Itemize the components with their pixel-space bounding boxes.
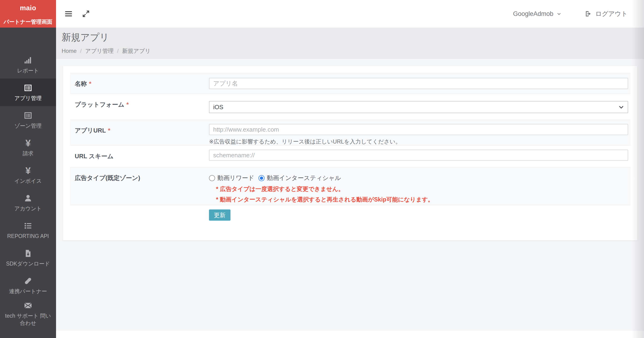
url-scheme-label: URL スキーム (70, 146, 209, 167)
yen-icon: ¥ (26, 138, 30, 148)
account-menu-label: GoogleAdmob (513, 10, 554, 18)
sidebar-item-zone-management[interactable]: ゾーン管理 (0, 106, 56, 134)
file-download-icon (24, 248, 32, 258)
ad-type-warning: * 動画インタースティシャルを選択すると再生される動画がSkip可能になります。 (216, 196, 630, 203)
ad-type-warning: * 広告タイプは一度選択すると変更できません。 (216, 185, 630, 193)
sidebar-item-label: REPORTING API (7, 233, 49, 240)
radio-selected-icon (258, 175, 264, 181)
app-url-note: ※広告収益に影響するため、リリース後は正しいURLを入力してください。 (209, 138, 630, 145)
breadcrumb-item-0[interactable]: Home (62, 48, 76, 54)
sidebar-item-label: インボイス (14, 177, 42, 185)
ad-type-label: 広告タイプ(既定ゾーン) (70, 167, 209, 205)
sidebar-item-app-management[interactable]: アプリ管理 (0, 79, 56, 106)
sidebar-item-label: アプリ管理 (14, 95, 42, 102)
sidebar-item-label: tech サポート 問い合わせ (4, 312, 52, 327)
breadcrumb-item-1[interactable]: アプリ管理 (85, 47, 114, 55)
logout-button[interactable]: ログアウト (585, 10, 628, 18)
ad-type-radio-0[interactable]: 動画リワード (209, 174, 254, 182)
breadcrumb: Home/アプリ管理/新規アプリ (62, 47, 644, 55)
logout-label: ログアウト (596, 10, 628, 18)
sidebar-item-tech-support[interactable]: tech サポート 問い合わせ (0, 299, 56, 328)
sidebar-item-label: レポート (17, 67, 39, 74)
platform-label: プラットフォーム* (70, 94, 209, 120)
form-row-app-url: アプリURL* ※広告収益に影響するため、リリース後は正しいURLを入力してくだ… (70, 120, 630, 145)
topbar: GoogleAdmob ログアウト (56, 0, 644, 28)
expand-arrows-icon (82, 10, 90, 18)
page-header: 新規アプリ Home/アプリ管理/新規アプリ (56, 28, 644, 59)
fullscreen-toggle-button[interactable] (82, 10, 90, 18)
ad-type-radio-label: 動画リワード (218, 174, 254, 182)
brand: maio パートナー管理画面 (0, 0, 56, 28)
bar-chart-icon (24, 55, 32, 65)
list-panel-icon (24, 83, 32, 93)
sign-out-icon (585, 10, 596, 17)
required-asterisk: * (89, 80, 91, 87)
sidebar-item-linked-partner[interactable]: 連携パートナー (0, 272, 56, 299)
sidebar-item-report[interactable]: レポート (0, 51, 56, 79)
form-row-ad-type: 広告タイプ(既定ゾーン) 動画リワード動画インタースティシャル * 広告タイプは… (70, 167, 630, 205)
new-app-form-card: 名称* プラットフォーム* iOS アプリURL* (63, 66, 638, 240)
sidebar-item-invoice[interactable]: ¥インボイス (0, 161, 56, 189)
breadcrumb-separator: / (117, 48, 118, 54)
menu-toggle-button[interactable] (65, 9, 72, 19)
form-row-platform: プラットフォーム* iOS (70, 94, 630, 120)
list-bullets-icon (24, 221, 32, 231)
ad-type-radio-1[interactable]: 動画インタースティシャル (258, 174, 341, 182)
account-menu[interactable]: GoogleAdmob (513, 10, 562, 18)
user-icon (24, 193, 32, 203)
content-area: 名称* プラットフォーム* iOS アプリURL* (56, 59, 644, 331)
form-row-submit: 更新 (70, 205, 630, 233)
app-url-label: アプリURL* (70, 120, 209, 145)
list-panel-icon (24, 111, 32, 120)
sidebar-item-billing[interactable]: ¥請求 (0, 134, 56, 161)
page-title: 新規アプリ (62, 31, 644, 44)
name-label: 名称* (70, 73, 209, 94)
sidebar-nav: レポートアプリ管理ゾーン管理¥請求¥インボイスアカウントREPORTING AP… (0, 51, 56, 328)
sidebar: maio パートナー管理画面 レポートアプリ管理ゾーン管理¥請求¥インボイスアカ… (0, 0, 56, 338)
required-asterisk: * (108, 127, 110, 134)
yen-icon: ¥ (26, 166, 30, 176)
sidebar-item-reporting-api[interactable]: REPORTING API (0, 216, 56, 244)
sidebar-item-label: アカウント (14, 205, 42, 212)
url-scheme-input[interactable] (209, 150, 628, 161)
envelope-icon (24, 301, 32, 310)
update-button[interactable]: 更新 (209, 209, 230, 221)
brand-subtitle: パートナー管理画面 (0, 18, 56, 26)
footer (56, 331, 644, 338)
sidebar-item-label: SDKダウンロード (6, 260, 50, 267)
sidebar-item-label: 請求 (23, 150, 34, 157)
ad-type-radio-label: 動画インタースティシャル (267, 174, 341, 182)
chevron-down-icon (554, 11, 562, 17)
sidebar-item-sdk-download[interactable]: SDKダウンロード (0, 244, 56, 272)
sidebar-item-label: 連携パートナー (9, 288, 47, 295)
sidebar-item-account[interactable]: アカウント (0, 189, 56, 216)
breadcrumb-separator: / (80, 48, 82, 54)
platform-select[interactable]: iOS (209, 101, 628, 113)
ad-type-options: 動画リワード動画インタースティシャル (209, 174, 630, 182)
breadcrumb-item-2: 新規アプリ (122, 47, 150, 55)
required-asterisk: * (126, 101, 129, 108)
radio-unselected-icon (209, 175, 215, 181)
app-url-input[interactable] (209, 124, 628, 135)
form-row-name: 名称* (70, 73, 630, 94)
brand-logo: maio (0, 4, 56, 12)
form-row-url-scheme: URL スキーム (70, 145, 630, 167)
link-icon (24, 276, 32, 286)
app-name-input[interactable] (209, 78, 628, 89)
sidebar-item-label: ゾーン管理 (14, 122, 42, 130)
